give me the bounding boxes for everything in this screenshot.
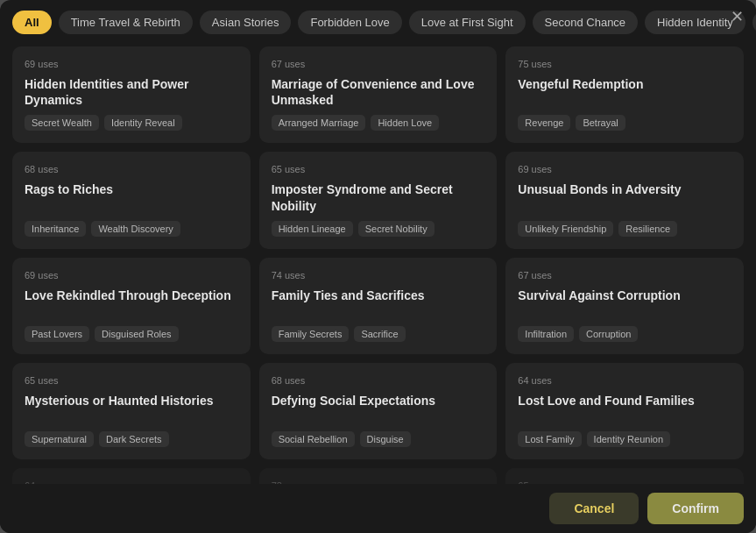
card-uses: 69 uses (518, 164, 731, 174)
tag: Identity Reveal (104, 115, 182, 131)
card[interactable]: 69 usesUnusual Bonds in AdversityUnlikel… (505, 152, 744, 248)
card-tags: Past LoversDisguised Roles (25, 326, 238, 342)
tab-time-travel--rebirth[interactable]: Time Travel & Rebirth (59, 11, 193, 34)
card-uses: 65 uses (25, 375, 238, 386)
tabs-bar: AllTime Travel & RebirthAsian StoriesFor… (0, 0, 756, 34)
card-tags: Hidden LineageSecret Nobility (272, 221, 485, 237)
modal: ✕ AllTime Travel & RebirthAsian StoriesF… (0, 0, 756, 533)
footer: Cancel Confirm (0, 484, 756, 533)
card-tags: Secret WealthIdentity Reveal (25, 115, 238, 131)
card[interactable]: 64 uses (12, 468, 251, 484)
card[interactable]: 65 usesImposter Syndrome and Secret Nobi… (259, 152, 498, 248)
card[interactable]: 67 usesMarriage of Convenience and Love … (259, 46, 498, 143)
tab-werewolf[interactable]: Werewolf (752, 11, 756, 34)
tag: Resilience (618, 221, 677, 237)
tag: Unlikely Friendship (518, 221, 613, 237)
card-tags: Unlikely FriendshipResilience (518, 221, 731, 237)
card-title: Defying Social Expectations (272, 393, 485, 409)
tag: Social Rebellion (272, 431, 355, 447)
tag: Secret Wealth (25, 115, 99, 131)
tag: Wealth Discovery (91, 221, 180, 237)
card-uses: 65 uses (272, 164, 485, 174)
tab-forbidden-love[interactable]: Forbidden Love (298, 11, 401, 34)
confirm-button[interactable]: Confirm (647, 493, 744, 524)
card-title: Imposter Syndrome and Secret Nobility (272, 181, 485, 213)
cards-grid: 69 usesHidden Identities and Power Dynam… (12, 46, 744, 484)
tag: Hidden Lineage (272, 221, 353, 237)
tag: Dark Secrets (99, 431, 169, 447)
tag: Betrayal (576, 115, 625, 131)
card-uses: 73 uses (272, 480, 485, 484)
tag: Lost Family (518, 431, 581, 447)
card[interactable]: 64 usesLost Love and Found FamiliesLost … (505, 363, 744, 459)
card[interactable]: 65 usesMysterious or Haunted HistoriesSu… (12, 363, 251, 459)
close-button[interactable]: ✕ (731, 9, 744, 25)
card[interactable]: 68 usesDefying Social ExpectationsSocial… (259, 363, 498, 459)
tab-second-chance[interactable]: Second Chance (533, 11, 639, 34)
card-title: Lost Love and Found Families (518, 393, 731, 409)
card-uses: 69 uses (25, 270, 238, 281)
card-uses: 64 uses (518, 375, 731, 386)
card-title: Mysterious or Haunted Histories (25, 393, 238, 409)
cancel-button[interactable]: Cancel (549, 493, 639, 524)
card-title: Survival Against Corruption (518, 288, 731, 303)
tag: Disguise (360, 431, 411, 447)
tag: Corruption (579, 326, 638, 342)
card[interactable]: 68 usesRags to RichesInheritanceWealth D… (12, 152, 251, 248)
tag: Infiltration (518, 326, 574, 342)
card-title: Family Ties and Sacrifices (272, 288, 485, 303)
card-uses: 69 uses (25, 59, 238, 69)
tag: Sacrifice (354, 326, 405, 342)
card-title: Marriage of Convenience and Love Unmaske… (272, 76, 485, 108)
tag: Family Secrets (272, 326, 350, 342)
card-uses: 67 uses (518, 270, 731, 281)
card[interactable]: 73 uses (259, 468, 498, 484)
card[interactable]: 74 usesFamily Ties and SacrificesFamily … (259, 258, 498, 354)
card-title: Hidden Identities and Power Dynamics (25, 76, 238, 108)
card-uses: 68 uses (25, 164, 238, 174)
tag: Secret Nobility (358, 221, 435, 237)
card[interactable]: 69 usesLove Rekindled Through DeceptionP… (12, 258, 251, 354)
tab-love-at-first-sight[interactable]: Love at First Sight (409, 11, 526, 34)
card-title: Vengeful Redemption (518, 76, 731, 92)
card-tags: Social RebellionDisguise (272, 431, 485, 447)
card-uses: 75 uses (518, 59, 731, 69)
tab-asian-stories[interactable]: Asian Stories (200, 11, 292, 34)
card[interactable]: 67 usesSurvival Against CorruptionInfilt… (505, 258, 744, 354)
card-tags: Arranged MarriageHidden Love (272, 115, 485, 131)
tag: Inheritance (25, 221, 86, 237)
tag: Hidden Love (371, 115, 439, 131)
card-title: Rags to Riches (25, 181, 238, 197)
card-tags: Lost FamilyIdentity Reunion (518, 431, 731, 447)
card-uses: 74 uses (272, 270, 485, 281)
card-title: Love Rekindled Through Deception (25, 288, 238, 303)
card-tags: InfiltrationCorruption (518, 326, 731, 342)
card-uses: 65 uses (518, 480, 731, 484)
card-title: Unusual Bonds in Adversity (518, 181, 731, 197)
tag: Identity Reunion (587, 431, 671, 447)
tag: Disguised Roles (95, 326, 178, 342)
card-uses: 68 uses (272, 375, 485, 386)
card-uses: 64 uses (25, 480, 238, 484)
card-tags: RevengeBetrayal (518, 115, 731, 131)
card[interactable]: 65 uses (505, 468, 744, 484)
tag: Arranged Marriage (272, 115, 366, 131)
card-tags: Family SecretsSacrifice (272, 326, 485, 342)
card-tags: SupernaturalDark Secrets (25, 431, 238, 447)
card[interactable]: 69 usesHidden Identities and Power Dynam… (12, 46, 251, 143)
tag: Revenge (518, 115, 570, 131)
card-tags: InheritanceWealth Discovery (25, 221, 238, 237)
card[interactable]: 75 usesVengeful RedemptionRevengeBetraya… (505, 46, 744, 143)
card-uses: 67 uses (272, 59, 485, 69)
tag: Past Lovers (25, 326, 89, 342)
tab-all[interactable]: All (12, 11, 52, 34)
grid-area: 69 usesHidden Identities and Power Dynam… (0, 34, 756, 484)
tag: Supernatural (25, 431, 94, 447)
